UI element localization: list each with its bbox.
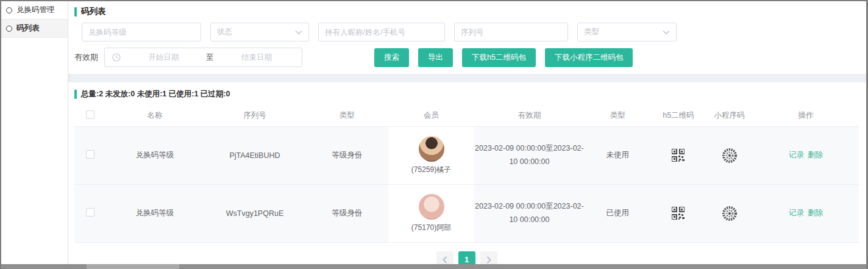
serial-input[interactable] [454, 23, 568, 41]
holder-input[interactable] [318, 23, 445, 41]
cell-h5-qr [651, 126, 706, 184]
summary-line: 总量:2 未发放:0 未使用:1 已使用:1 已过期:0 [74, 89, 859, 99]
cell-status: 已使用 [585, 184, 651, 242]
cell-member: (75170)阿部 [388, 184, 475, 242]
row-checkbox[interactable] [86, 208, 94, 217]
member-avatar [419, 194, 444, 220]
horizontal-scrollbar[interactable] [1, 264, 866, 269]
mini-program-code-icon[interactable] [722, 206, 738, 221]
record-link[interactable]: 记录 [789, 150, 804, 160]
cell-status: 未使用 [585, 126, 651, 184]
download-h5-qr-button[interactable]: 下载h5二维码包 [462, 48, 536, 67]
cell-name: 兑换码等级 [105, 126, 204, 184]
cell-serial: WsTvgy1PQRuE [204, 184, 305, 242]
delete-link[interactable]: 删除 [808, 150, 823, 160]
date-range-picker[interactable]: 开始日期 至 结束日期 [104, 48, 302, 67]
col-header-member: 会员 [388, 106, 475, 126]
level-input[interactable] [82, 23, 201, 41]
search-button[interactable]: 搜索 [374, 48, 409, 67]
chevron-down-icon [663, 30, 670, 35]
col-header-type: 类型 [306, 106, 388, 126]
filter-section: 码列表 状态 类型 有效期 [68, 1, 866, 74]
summary-text: 总量:2 未发放:0 未使用:1 已使用:1 已过期:0 [81, 89, 230, 99]
member-name: (75259)橘子 [411, 165, 451, 175]
app-window: 兑换码管理 码列表 码列表 状态 [0, 0, 868, 269]
mini-program-code-icon[interactable] [722, 148, 738, 163]
start-date-placeholder: 开始日期 [126, 52, 201, 63]
circle-bullet-icon [6, 26, 12, 32]
section-title: 码列表 [74, 6, 859, 17]
cell-h5-qr [651, 184, 706, 242]
col-header-name: 名称 [105, 106, 204, 126]
type-select-placeholder: 类型 [584, 27, 599, 37]
validity-label: 有效期 [74, 52, 98, 63]
sidebar-item-redeem-code-manage[interactable]: 兑换码管理 [1, 1, 68, 20]
accent-bar [74, 7, 77, 16]
status-select-placeholder: 状态 [217, 27, 232, 37]
cell-actions: 记录 删除 [753, 126, 859, 184]
validity-row: 有效期 开始日期 至 结束日期 搜索 导出 下载h5二维码包 下载小程序二维码包 [74, 48, 859, 67]
app-content: 兑换码管理 码列表 码列表 状态 [1, 1, 866, 264]
sidebar-item-code-list[interactable]: 码列表 [1, 20, 68, 38]
filter-row: 状态 类型 [82, 23, 859, 41]
table-header-row: 名称 序列号 类型 会员 有效期 类型 h5二维码 小程序码 操作 [74, 106, 859, 126]
col-header-validity: 有效期 [474, 106, 584, 126]
cell-type: 等级身份 [306, 126, 388, 184]
sidebar: 兑换码管理 码列表 [1, 1, 68, 264]
sidebar-item-label: 兑换码管理 [16, 5, 55, 15]
accent-bar [74, 90, 77, 99]
status-select[interactable]: 状态 [210, 23, 309, 41]
export-button[interactable]: 导出 [418, 48, 453, 67]
page-title: 码列表 [81, 6, 106, 17]
record-link[interactable]: 记录 [789, 208, 804, 218]
type-select[interactable]: 类型 [577, 23, 677, 41]
cell-validity: 2023-02-09 00:00:00至2023-02-10 00:00:00 [474, 184, 584, 242]
delete-link[interactable]: 删除 [808, 208, 823, 218]
row-checkbox[interactable] [86, 150, 94, 159]
cell-name: 兑换码等级 [105, 184, 204, 242]
main-area: 码列表 状态 类型 有效期 [68, 1, 866, 264]
col-header-serial: 序列号 [204, 106, 305, 126]
col-header-h5-qr: h5二维码 [651, 106, 706, 126]
chevron-right-icon [486, 256, 491, 264]
select-all-checkbox[interactable] [86, 110, 94, 119]
h5-qr-code-icon[interactable] [672, 149, 685, 162]
codes-table: 名称 序列号 类型 会员 有效期 类型 h5二维码 小程序码 操作 [74, 106, 859, 243]
col-header-mini-qr: 小程序码 [706, 106, 753, 126]
cell-validity: 2023-02-09 00:00:00至2023-02-10 00:00:00 [474, 126, 584, 184]
member-name: (75170)阿部 [411, 223, 451, 233]
member-avatar [419, 136, 444, 162]
chevron-down-icon [295, 30, 302, 35]
table-row: 兑换码等级 PjTA4EtiBUHD 等级身份 (75259)橘子 2023-0 [74, 126, 859, 184]
cell-member: (75259)橘子 [388, 126, 475, 184]
date-separator: 至 [206, 52, 214, 63]
end-date-placeholder: 结束日期 [219, 52, 294, 63]
clock-icon [112, 53, 121, 62]
circle-bullet-icon [6, 7, 12, 13]
cell-type: 等级身份 [306, 184, 388, 242]
download-mini-qr-button[interactable]: 下载小程序二维码包 [545, 48, 633, 67]
chevron-left-icon [443, 256, 447, 264]
col-header-status: 类型 [585, 106, 651, 126]
cell-mini-qr [706, 184, 753, 242]
cell-actions: 记录 删除 [753, 184, 859, 242]
table-section: 总量:2 未发放:0 未使用:1 已使用:1 已过期:0 名称 序列号 类型 [68, 82, 866, 269]
col-header-actions: 操作 [753, 106, 859, 126]
cell-serial: PjTA4EtiBUHD [204, 126, 305, 184]
h5-qr-code-icon[interactable] [672, 207, 685, 220]
table-row: 兑换码等级 WsTvgy1PQRuE 等级身份 (75170)阿部 2023-0 [74, 184, 859, 242]
sidebar-item-label: 码列表 [16, 23, 40, 34]
cell-mini-qr [706, 126, 753, 184]
scrollbar-thumb[interactable] [87, 264, 179, 269]
